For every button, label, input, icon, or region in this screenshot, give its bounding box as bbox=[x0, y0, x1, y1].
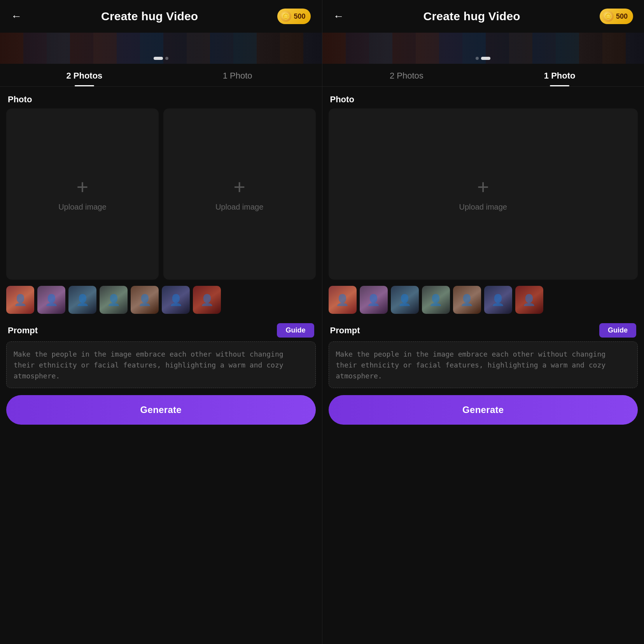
sample-thumb-1[interactable] bbox=[6, 286, 34, 314]
coin-count: 500 bbox=[294, 12, 305, 21]
sample-thumb-4[interactable] bbox=[100, 286, 128, 314]
tab-2photos[interactable]: 2 Photos bbox=[330, 64, 483, 86]
guide-button[interactable]: Guide bbox=[277, 323, 314, 338]
upload-label: Upload image bbox=[58, 203, 106, 212]
coin-count: 500 bbox=[616, 12, 628, 21]
tab-1photo[interactable]: 1 Photo bbox=[161, 64, 314, 86]
coin-icon: 🪙 bbox=[280, 11, 291, 22]
prompt-label: Prompt bbox=[330, 326, 360, 336]
plus-icon: + bbox=[77, 177, 88, 197]
prompt-label: Prompt bbox=[8, 326, 38, 336]
photo-section-label: Photo bbox=[0, 87, 322, 108]
sample-thumb-4[interactable] bbox=[422, 286, 450, 314]
back-button[interactable]: ← bbox=[333, 11, 344, 22]
generate-button[interactable]: Generate bbox=[329, 395, 638, 425]
banner-strip bbox=[322, 33, 644, 64]
back-button[interactable]: ← bbox=[11, 11, 22, 22]
upload-label: Upload image bbox=[215, 203, 263, 212]
sample-thumb-6[interactable] bbox=[484, 286, 512, 314]
tabs-bar: 2 Photos1 Photo bbox=[322, 64, 644, 87]
panel-right: ←Create hug Video 🪙 500 2 Photos1 PhotoP… bbox=[322, 0, 644, 644]
guide-button[interactable]: Guide bbox=[599, 323, 636, 338]
banner-dot bbox=[481, 57, 490, 60]
header: ←Create hug Video 🪙 500 bbox=[322, 0, 644, 33]
sample-thumb-2[interactable] bbox=[360, 286, 388, 314]
upload-slot-1[interactable]: + Upload image bbox=[6, 108, 159, 280]
tab-1photo[interactable]: 1 Photo bbox=[483, 64, 636, 86]
plus-icon: + bbox=[477, 177, 489, 197]
panel-left: ←Create hug Video 🪙 500 2 Photos1 PhotoP… bbox=[0, 0, 322, 644]
sample-thumb-3[interactable] bbox=[391, 286, 419, 314]
coin-icon: 🪙 bbox=[603, 11, 614, 22]
sample-thumb-1[interactable] bbox=[329, 286, 357, 314]
upload-area: + Upload image + Upload image bbox=[6, 108, 316, 280]
page-title: Create hug Video bbox=[101, 10, 198, 23]
prompt-header: PromptGuide bbox=[0, 318, 322, 341]
banner-dot bbox=[476, 57, 479, 60]
tab-2photos[interactable]: 2 Photos bbox=[8, 64, 161, 86]
page-title: Create hug Video bbox=[424, 10, 520, 23]
coin-badge: 🪙 500 bbox=[600, 9, 633, 24]
upload-slot-2[interactable]: + Upload image bbox=[163, 108, 316, 280]
coin-badge: 🪙 500 bbox=[277, 9, 311, 24]
upload-label: Upload image bbox=[459, 203, 507, 212]
header: ←Create hug Video 🪙 500 bbox=[0, 0, 322, 33]
sample-thumb-6[interactable] bbox=[162, 286, 190, 314]
banner-dot bbox=[165, 57, 168, 60]
banner-strip bbox=[0, 33, 322, 64]
sample-thumb-7[interactable] bbox=[193, 286, 221, 314]
upload-area: + Upload image bbox=[329, 108, 638, 280]
sample-thumb-5[interactable] bbox=[131, 286, 159, 314]
photo-section-label: Photo bbox=[322, 87, 644, 108]
upload-slot-1[interactable]: + Upload image bbox=[329, 108, 638, 280]
samples-strip bbox=[0, 280, 322, 318]
sample-thumb-5[interactable] bbox=[453, 286, 481, 314]
prompt-textarea[interactable] bbox=[329, 341, 638, 388]
generate-button[interactable]: Generate bbox=[6, 395, 316, 425]
plus-icon: + bbox=[233, 177, 245, 197]
prompt-header: PromptGuide bbox=[322, 318, 644, 341]
sample-thumb-7[interactable] bbox=[515, 286, 543, 314]
banner-dot bbox=[154, 57, 163, 60]
samples-strip bbox=[322, 280, 644, 318]
tabs-bar: 2 Photos1 Photo bbox=[0, 64, 322, 87]
sample-thumb-3[interactable] bbox=[68, 286, 96, 314]
sample-thumb-2[interactable] bbox=[37, 286, 65, 314]
prompt-textarea[interactable] bbox=[6, 341, 316, 388]
